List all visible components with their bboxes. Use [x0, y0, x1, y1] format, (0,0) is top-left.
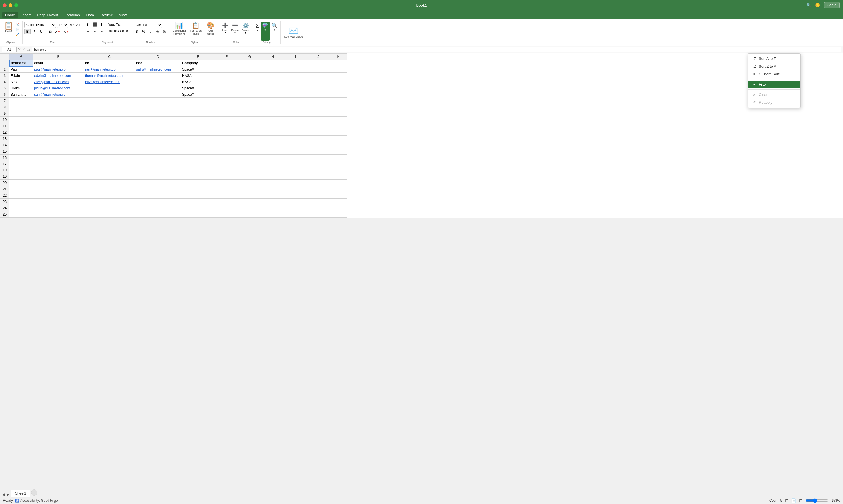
align-middle-button[interactable]: ⬛ [91, 21, 98, 27]
cell-d3[interactable] [135, 73, 181, 79]
menu-item-view[interactable]: View [116, 12, 130, 18]
col-header-f[interactable]: F [215, 54, 238, 60]
cell-b2[interactable]: paul@mailmeteor.com [33, 66, 84, 73]
align-top-button[interactable]: ⬆ [85, 21, 91, 27]
cell-g4[interactable] [238, 79, 261, 85]
cell-i2[interactable] [284, 66, 307, 73]
menu-item-review[interactable]: Review [97, 12, 115, 18]
cell-a4[interactable]: Alex [10, 79, 33, 85]
cell-j5[interactable] [307, 85, 330, 91]
cell-j2[interactable] [307, 66, 330, 73]
row-num-5[interactable]: 5 [0, 85, 10, 91]
cell-i6[interactable] [284, 91, 307, 98]
cell-k2[interactable] [330, 66, 347, 73]
cell-i1[interactable] [284, 60, 307, 66]
cell-k1[interactable] [330, 60, 347, 66]
cell-f6[interactable] [215, 91, 238, 98]
cell-d1[interactable]: bcc [135, 60, 181, 66]
menu-item-data[interactable]: Data [83, 12, 97, 18]
cell-b4[interactable]: Alex@mailmeteor.com [33, 79, 84, 85]
cell-k6[interactable] [330, 91, 347, 98]
dropdown-item-reapply[interactable]: ↺ Reapply [748, 98, 800, 106]
fill-color-button[interactable]: A🔻 [54, 29, 62, 34]
dropdown-item-clear[interactable]: ✕ Clear [748, 91, 800, 98]
cell-a1[interactable]: firstname [10, 60, 33, 66]
increase-font-button[interactable]: A↑ [69, 22, 74, 28]
new-mail-merge-button[interactable]: ✉️ New Mail Merge [283, 21, 305, 43]
minimize-button[interactable] [8, 3, 12, 7]
col-header-d[interactable]: D [135, 54, 181, 60]
cell-h4[interactable] [261, 79, 284, 85]
cell-reference-input[interactable] [2, 47, 17, 52]
smiley-icon[interactable]: 😊 [815, 3, 820, 7]
cell-d2[interactable]: sally@mailmeteor.com [135, 66, 181, 73]
cell-f2[interactable] [215, 66, 238, 73]
cell-f3[interactable] [215, 73, 238, 79]
insert-button[interactable]: ➕ Insert ▼ [221, 22, 230, 41]
cell-i5[interactable] [284, 85, 307, 91]
cell-e5[interactable]: SpaceX [181, 85, 215, 91]
cell-k5[interactable] [330, 85, 347, 91]
cut-button[interactable]: ✂️ [15, 22, 21, 27]
cell-c3[interactable]: thomas@mailmeteor.com [84, 73, 135, 79]
cell-b1[interactable]: email [33, 60, 84, 66]
row-num-3[interactable]: 3 [0, 73, 10, 79]
align-bottom-button[interactable]: ⬇ [98, 21, 105, 27]
wrap-text-button[interactable]: Wrap Text [107, 21, 122, 27]
col-header-c[interactable]: C [84, 54, 135, 60]
cell-a6[interactable]: Samantha [10, 91, 33, 98]
increase-decimal-button[interactable]: .0↑ [154, 29, 161, 34]
cell-d5[interactable] [135, 85, 181, 91]
confirm-icon[interactable]: ✓ [22, 47, 25, 52]
search-icon[interactable]: 🔍 [806, 3, 811, 7]
formula-input[interactable] [32, 47, 841, 52]
dropdown-item-custom-sort[interactable]: ⇅ Custom Sort... [748, 70, 800, 78]
cell-h3[interactable] [261, 73, 284, 79]
dropdown-item-sort-za[interactable]: ↓Z Sort Z to A [748, 62, 800, 70]
row-num-6[interactable]: 6 [0, 91, 10, 98]
menu-item-insert[interactable]: Insert [19, 12, 34, 18]
cell-a5[interactable]: Judith [10, 85, 33, 91]
row-num-4[interactable]: 4 [0, 79, 10, 85]
cell-f4[interactable] [215, 79, 238, 85]
col-header-h[interactable]: H [261, 54, 284, 60]
find-select-button[interactable]: 🔍 ▼ [270, 22, 279, 41]
sort-filter-button[interactable]: ⚗️ ▼ [261, 22, 270, 41]
close-button[interactable] [3, 3, 6, 7]
align-right-button[interactable]: ≡ [98, 28, 105, 34]
cell-k4[interactable] [330, 79, 347, 85]
format-as-table-button[interactable]: 📋 Format as Table [189, 21, 203, 36]
align-left-button[interactable]: ≡ [85, 28, 91, 34]
cell-a2[interactable]: Paul [10, 66, 33, 73]
cell-d6[interactable] [135, 91, 181, 98]
format-painter-button[interactable]: 🖌️ [15, 32, 21, 36]
cell-c6[interactable] [84, 91, 135, 98]
number-format-select[interactable]: General [133, 21, 162, 28]
cancel-icon[interactable]: ✕ [18, 47, 21, 52]
cell-a3[interactable]: Edwin [10, 73, 33, 79]
col-header-a[interactable]: A [10, 54, 33, 60]
cell-j4[interactable] [307, 79, 330, 85]
cell-b3[interactable]: edwin@mailmeteor.com [33, 73, 84, 79]
borders-button[interactable]: ⊞ [47, 29, 53, 34]
font-color-button[interactable]: A🔻 [62, 29, 71, 34]
cell-h1[interactable] [261, 60, 284, 66]
cell-e2[interactable]: SpaceX [181, 66, 215, 73]
cell-h6[interactable] [261, 91, 284, 98]
cell-c2[interactable]: neil@mailmeteor.com [84, 66, 135, 73]
col-header-e[interactable]: E [181, 54, 215, 60]
cell-e3[interactable]: NASA [181, 73, 215, 79]
row-num-1[interactable]: 1 [0, 60, 10, 66]
percent-button[interactable]: % [141, 29, 147, 34]
italic-button[interactable]: I [31, 29, 38, 34]
col-header-j[interactable]: J [307, 54, 330, 60]
col-header-g[interactable]: G [238, 54, 261, 60]
dropdown-item-filter[interactable]: ▼ Filter [748, 80, 800, 88]
cell-b5[interactable]: judith@mailmeteor.com [33, 85, 84, 91]
underline-button[interactable]: U [38, 29, 44, 34]
cell-h5[interactable] [261, 85, 284, 91]
cell-j6[interactable] [307, 91, 330, 98]
menu-item-home[interactable]: Home [2, 12, 18, 18]
autosum-button[interactable]: Σ ▼ [255, 22, 261, 41]
cell-g5[interactable] [238, 85, 261, 91]
